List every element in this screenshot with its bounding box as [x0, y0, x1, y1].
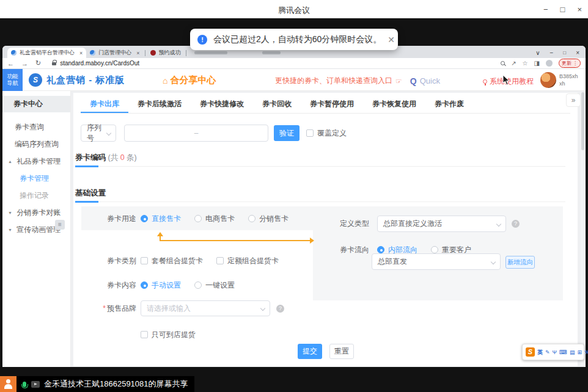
radio-direct-sale[interactable]	[141, 215, 148, 222]
bookmark-star-icon[interactable]: ☆	[523, 60, 528, 67]
sidebar-item-operation-log[interactable]: 操作记录	[2, 187, 70, 204]
scrollbar-thumb[interactable]	[581, 92, 584, 150]
tab-card-suspend[interactable]: 券卡暂停使用	[301, 95, 363, 113]
serial-range-input[interactable]	[124, 125, 268, 142]
share-center-link[interactable]: ⌂ 合分享中心	[163, 74, 216, 86]
browser-maximize-icon[interactable]: □	[563, 50, 566, 56]
help-icon[interactable]: ?	[276, 305, 284, 313]
app-header: 功能 导航 S 礼盒营销 - 标准版 ⌂ 合分享中心 更快捷的券卡、订单和快递查…	[2, 69, 586, 91]
card-tabs: 券卡出库 券卡后续激活 券卡快捷修改 券卡回收 券卡暂停使用 券卡恢复使用 券卡…	[81, 95, 570, 114]
checkbox-fixed-combo-pickup-card[interactable]	[216, 257, 224, 264]
handwriting-icon[interactable]: ✎	[545, 349, 550, 355]
reset-button[interactable]: 重置	[329, 344, 354, 359]
lock-icon[interactable]	[52, 62, 56, 65]
active-indicator	[75, 201, 98, 203]
reload-icon[interactable]: ↻	[35, 59, 41, 67]
window-controls: − □ ×	[543, 0, 582, 18]
radio-internal-flow[interactable]	[377, 246, 384, 253]
tab-label: 门店管理中心	[98, 49, 131, 57]
browser-tab-1[interactable]: 礼盒营销平台管理中心 ×	[7, 48, 86, 58]
radio-one-click-setup[interactable]	[194, 281, 202, 289]
radio-distribution-sale[interactable]	[248, 215, 255, 222]
user-avatar[interactable]	[540, 72, 556, 88]
checkbox-store-pickup-only[interactable]	[141, 331, 148, 338]
nav-toggle-button[interactable]: 功能 导航	[2, 69, 23, 91]
skin-icon[interactable]: ▤	[570, 349, 575, 355]
url-text[interactable]: standard.maboy.cn/CardsOut	[60, 60, 139, 67]
presale-brand-select[interactable]: 请选择或输入	[141, 300, 270, 316]
tab-card-quick-edit[interactable]: 券卡快捷修改	[191, 95, 253, 113]
submit-button[interactable]: 提交	[298, 344, 322, 359]
sidebar-group-gift-card-mgmt[interactable]: ▲ 礼品券卡管理	[2, 153, 70, 170]
forward-icon[interactable]: →	[21, 60, 28, 67]
share-bar-text: 金禾通技术王斌18662591081的屏幕共享	[44, 379, 188, 390]
profile-avatar[interactable]	[546, 60, 553, 67]
checkbox-combo-pickup-card[interactable]	[141, 257, 148, 264]
page-scrollbar[interactable]	[581, 92, 585, 366]
webapp-page: 功能 导航 S 礼盒营销 - 标准版 ⌂ 合分享中心 更快捷的券卡、订单和快递查…	[2, 69, 586, 367]
presenter-avatar-icon	[0, 376, 17, 392]
quick-entry-link[interactable]: 更快捷的券卡、订单和快递查询入口 ☞ Q Quick	[275, 76, 440, 86]
radio-manual-setup[interactable]	[141, 281, 148, 289]
tab-label-blurred	[194, 51, 227, 54]
radio-vip-customer[interactable]	[431, 246, 438, 253]
split-view-icon[interactable]: ◨	[534, 60, 540, 67]
toolbox-icon[interactable]: ⚒	[584, 349, 588, 355]
ime-language-toggle[interactable]: 英	[537, 349, 543, 355]
sidebar-item-card-query[interactable]: 券卡查询	[2, 118, 70, 136]
section-divider	[75, 201, 565, 203]
maximize-icon[interactable]: □	[560, 5, 565, 14]
tab-search-icon[interactable]: ∨	[535, 49, 540, 56]
sidebar-group-distribution-reconcile[interactable]: ▼ 分销券卡对账	[2, 204, 70, 221]
overwrite-checkbox[interactable]	[306, 129, 314, 137]
serial-type-select[interactable]: 序列号	[81, 125, 116, 142]
define-type-row: 定义类型 总部直接定义激活 ?	[340, 217, 520, 230]
menu-dots-icon: ⋮	[573, 60, 578, 66]
chevron-down-icon	[491, 260, 496, 264]
radio-ecommerce-sale[interactable]	[194, 215, 202, 222]
define-type-select[interactable]: 总部直接定义激活	[377, 216, 506, 232]
tab-label: 礼盒营销平台管理中心	[20, 49, 75, 57]
expand-more-button[interactable]: »	[566, 93, 581, 107]
tab-card-activate[interactable]: 券卡后续激活	[128, 95, 191, 113]
verify-button[interactable]: 验证	[274, 125, 300, 141]
site-favicon	[150, 50, 156, 56]
tab-close-icon[interactable]: ×	[79, 50, 83, 56]
zoom-icon[interactable]	[501, 61, 505, 65]
main-card: 券卡出库 券卡后续激活 券卡快捷修改 券卡回收 券卡暂停使用 券卡恢复使用 券卡…	[73, 93, 578, 366]
close-icon[interactable]: ×	[577, 5, 582, 14]
mouse-cursor	[502, 74, 511, 85]
sidebar-item-code-sequence-query[interactable]: 编码序列查询	[2, 136, 70, 153]
sidebar-collapse-handle[interactable]: ≡	[55, 220, 65, 230]
add-flow-button[interactable]: 新增流向	[505, 256, 535, 269]
ime-toolbar: S 英 ✎ Ψ ⌨ ▤ ⊞ ⚒	[522, 344, 584, 360]
chrome-update-button[interactable]: 更新 ⋮	[559, 59, 581, 68]
tab-card-outbound[interactable]: 券卡出库	[81, 95, 128, 113]
apps-grid-icon[interactable]: ⊞	[578, 349, 582, 355]
tab-card-recycle[interactable]: 券卡回收	[253, 95, 301, 113]
triangle-up-icon: ▲	[8, 153, 12, 170]
connector-arrowhead-up	[157, 232, 163, 236]
share-icon[interactable]: ↗	[511, 60, 516, 67]
tab-card-void[interactable]: 券卡作废	[425, 95, 473, 113]
sogou-logo-icon[interactable]: S	[526, 347, 535, 357]
browser-minimize-icon[interactable]: −	[549, 49, 553, 56]
browser-tab-3[interactable]: 预约成功	[147, 48, 185, 58]
browser-close-icon[interactable]: ×	[576, 49, 579, 56]
toast-close-icon[interactable]: ✕	[388, 35, 395, 45]
addressbar-actions: ↗ ☆ ◨ 更新 ⋮	[501, 59, 581, 68]
voice-input-icon[interactable]: Ψ	[553, 349, 557, 355]
minimize-icon[interactable]: −	[543, 5, 548, 14]
sidebar-item-card-mgmt[interactable]: 券卡管理	[2, 170, 70, 187]
browser-addressbar: ← → ↻ standard.maboy.cn/CardsOut ↗ ☆ ◨ 更…	[2, 58, 586, 69]
keyboard-icon[interactable]: ⌨	[559, 349, 567, 355]
tab-close-icon[interactable]: ×	[136, 50, 139, 56]
active-indicator	[75, 165, 98, 167]
tab-card-resume[interactable]: 券卡恢复使用	[363, 95, 425, 113]
triangle-down-icon: ▼	[8, 205, 12, 222]
tab-separator	[186, 50, 186, 56]
flow-select[interactable]: 总部直发	[372, 253, 501, 270]
back-icon[interactable]: ←	[7, 60, 14, 67]
browser-tab-2[interactable]: 门店管理中心 ×	[86, 48, 143, 58]
help-icon[interactable]: ?	[512, 220, 520, 228]
